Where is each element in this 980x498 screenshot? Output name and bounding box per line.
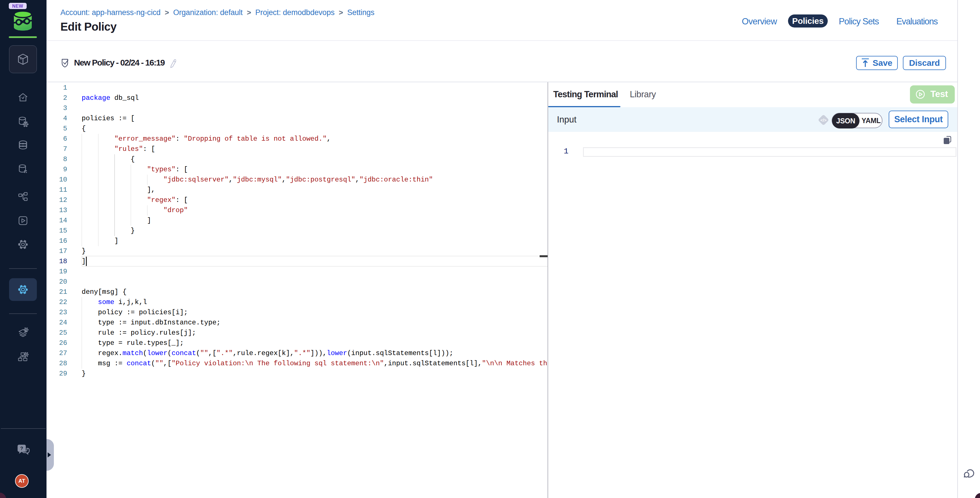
svg-text:</>: </> [820,118,827,123]
svg-text:?: ? [20,446,23,451]
